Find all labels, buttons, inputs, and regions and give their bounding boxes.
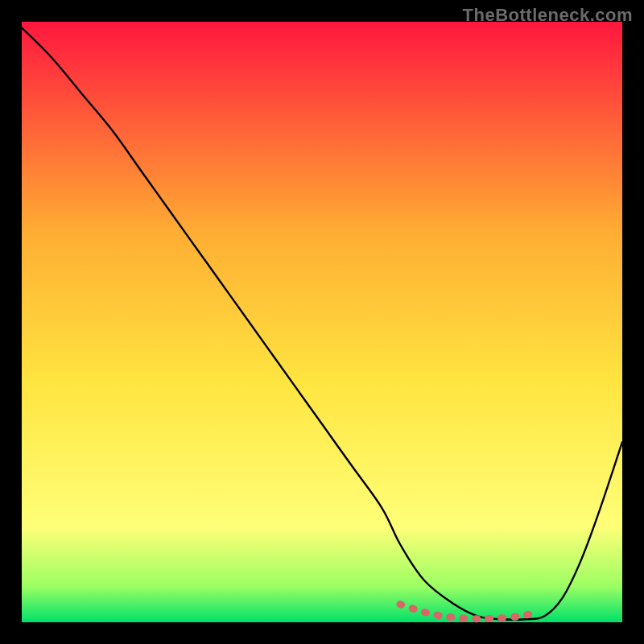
chart-curves <box>22 22 622 622</box>
watermark-text: TheBottleneck.com <box>463 5 633 26</box>
bottleneck-curve-path <box>22 27 622 619</box>
optimal-zone-path <box>400 605 539 619</box>
chart-area <box>22 22 622 622</box>
